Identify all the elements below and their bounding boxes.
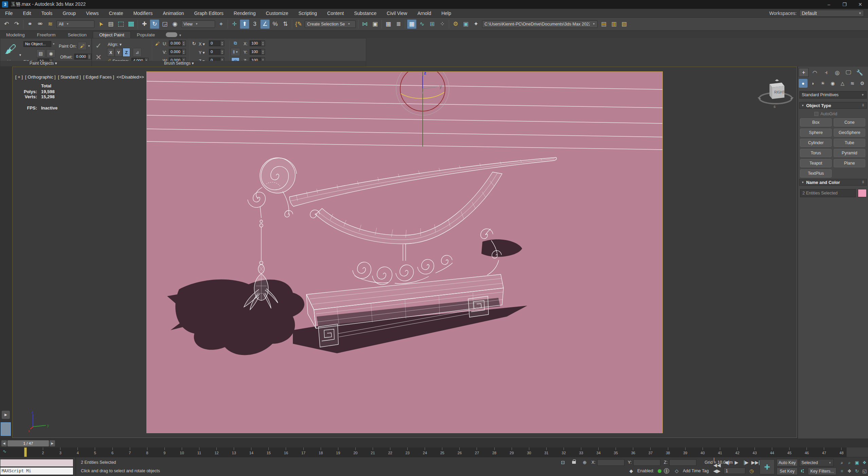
key-filters-button[interactable]: Key Filters... (808, 468, 836, 475)
go-to-start-icon[interactable]: |◀◀ (713, 459, 722, 466)
auto-key-button[interactable]: Auto Key (777, 459, 798, 466)
align-x-button[interactable]: X (107, 48, 114, 57)
object-name-field[interactable]: 2 Entities Selected (800, 189, 856, 197)
scale-y-field[interactable]: 100 (250, 49, 265, 55)
primitive-button[interactable]: Pyramid (834, 149, 865, 157)
lights-icon[interactable]: ☀ (818, 79, 827, 88)
set-key-button[interactable]: Set Key (777, 468, 798, 475)
frame-number[interactable]: 28 (486, 447, 503, 457)
frame-number[interactable]: 31 (538, 447, 555, 457)
isolate-selection-icon[interactable]: ⊡ (559, 459, 567, 466)
undo-icon[interactable] (2, 19, 11, 29)
utilities-tab-icon[interactable]: 🔧 (855, 68, 865, 77)
primitive-button[interactable]: Cone (834, 118, 865, 126)
reference-coordinate-dropdown[interactable]: View ▼ (181, 20, 215, 28)
bind-to-space-warp-icon[interactable] (46, 19, 55, 29)
unlink-selection-icon[interactable] (35, 19, 45, 29)
material-editor-icon[interactable] (438, 19, 447, 29)
menu-item[interactable]: Tools (36, 9, 58, 18)
modify-tab-icon[interactable]: ◠ (810, 68, 820, 77)
frame-number[interactable]: 21 (364, 447, 382, 457)
viewport-layout-tab[interactable] (1, 422, 11, 436)
chevron-down-icon[interactable]: ▼ (19, 53, 22, 57)
frame-number[interactable]: 14 (243, 447, 260, 457)
project-folder-dropdown[interactable]: C:\Users\Kiennt-PC\OneDrive\Documents\3d… (482, 20, 598, 28)
frame-number[interactable]: 30 (520, 447, 538, 457)
frame-number[interactable]: 32 (555, 447, 572, 457)
create-tab-icon[interactable]: ＋ (799, 68, 809, 77)
select-and-manipulate-icon[interactable] (230, 19, 239, 29)
primitive-button[interactable]: GeoSphere (834, 129, 865, 137)
menu-item[interactable]: File (0, 9, 18, 18)
frame-number[interactable]: 40 (694, 447, 711, 457)
time-configuration-icon[interactable]: ◷ (747, 467, 756, 475)
menu-item[interactable]: Customize (261, 9, 293, 18)
align-z-button[interactable]: Z (123, 48, 130, 57)
select-object-icon[interactable] (94, 17, 107, 30)
menu-item[interactable]: Substance (349, 9, 382, 18)
pan-view-icon[interactable]: ✥ (846, 468, 853, 475)
set-keys-button[interactable]: + (760, 459, 775, 474)
viewport-label-segment[interactable]: [ + ] (15, 74, 23, 80)
primitive-button[interactable]: TextPlus (800, 169, 832, 177)
frame-number[interactable]: 5 (86, 447, 104, 457)
orbit-icon[interactable]: ↻ (853, 468, 861, 475)
keyboard-shortcut-override-icon[interactable] (240, 19, 249, 29)
motion-tab-icon[interactable]: ◎ (832, 68, 842, 77)
key-selection-dropdown[interactable]: Selected ▼ (799, 459, 834, 466)
select-and-scale-icon[interactable] (160, 19, 170, 29)
use-pivot-point-icon[interactable] (216, 19, 226, 29)
name-and-color-rollout[interactable]: ▼ Name and Color ⠿ (799, 179, 867, 186)
key-filters-icon[interactable]: ⑆ (798, 467, 807, 475)
geometry-icon[interactable]: ● (799, 79, 808, 88)
workspace-dropdown[interactable]: Default ▼ (799, 10, 864, 17)
named-selection-sets-dropdown[interactable]: Create Selection Se ▼ (305, 20, 356, 28)
zoom-region-icon[interactable]: ⌗ (838, 468, 846, 475)
primitive-button[interactable]: Plane (834, 159, 865, 167)
frame-number[interactable]: 11 (191, 447, 208, 457)
manage-links-icon[interactable] (609, 19, 619, 29)
offset-field[interactable]: 0.000 (74, 54, 91, 60)
object-color-swatch[interactable] (858, 189, 867, 197)
frame-number[interactable]: 48 (833, 447, 850, 457)
frame-number[interactable]: 17 (295, 447, 312, 457)
zoom-extents-all-icon[interactable]: ❖ (861, 459, 868, 466)
spinner[interactable] (220, 49, 224, 55)
frame-number[interactable]: 25 (433, 447, 451, 457)
rotate-x-field[interactable]: 0 (209, 40, 224, 46)
frame-number[interactable]: 19 (330, 447, 347, 457)
play-animation-icon[interactable]: ▶ (732, 459, 741, 466)
frame-number[interactable]: 24 (416, 447, 433, 457)
align-icon[interactable] (370, 19, 380, 29)
shapes-icon[interactable]: ◗ (809, 79, 817, 88)
primitive-button[interactable]: Cylinder (800, 139, 832, 147)
snaps-toggle-3d-icon[interactable] (250, 19, 260, 29)
scatter-icon[interactable]: ⧉ (231, 40, 240, 47)
frame-number[interactable]: 43 (746, 447, 763, 457)
align-to-surface-icon[interactable]: ⊿ (133, 48, 142, 57)
spinner[interactable] (261, 49, 265, 55)
frame-number[interactable]: 12 (208, 447, 225, 457)
previous-frame-icon[interactable]: ◀| (723, 459, 731, 466)
frame-number[interactable]: 38 (659, 447, 676, 457)
scale-options-dropdown-icon[interactable]: ⫴ ▾ (231, 48, 240, 56)
frame-number[interactable]: 44 (763, 447, 781, 457)
frame-number[interactable]: 41 (711, 447, 729, 457)
render-safe-frame[interactable]: z y x (146, 71, 663, 433)
paint-objects-brush-icon[interactable]: 🖌 (2, 40, 19, 57)
pick-object-icon[interactable]: ◉ (47, 49, 55, 57)
previous-frame-button[interactable]: ◀ (1, 440, 7, 446)
frame-number[interactable]: 36 (624, 447, 642, 457)
frame-number[interactable]: 16 (277, 447, 295, 457)
toggle-scene-explorer-icon[interactable] (384, 19, 393, 29)
frame-number[interactable]: 9 (156, 447, 173, 457)
menu-item[interactable]: Group (57, 9, 81, 18)
angle-snap-icon[interactable] (260, 19, 270, 29)
select-and-link-icon[interactable] (25, 19, 35, 29)
tab-selection[interactable]: Selection (62, 32, 93, 38)
add-time-tag[interactable]: Add Time Tag (683, 469, 709, 473)
select-and-rotate-icon[interactable] (150, 19, 159, 29)
menu-item[interactable]: Animation (158, 9, 189, 18)
helpers-icon[interactable]: △ (838, 79, 847, 88)
frame-number[interactable]: 29 (503, 447, 520, 457)
